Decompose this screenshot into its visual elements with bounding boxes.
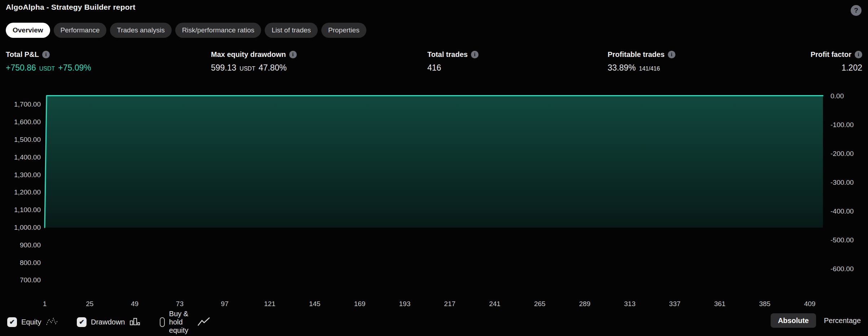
x-tick: 241 <box>482 300 507 308</box>
scale-toggle: AbsolutePercentage <box>771 313 863 328</box>
y-left-tick: 1,700.00 <box>0 100 41 108</box>
x-tick: 193 <box>392 300 417 308</box>
x-tick: 409 <box>797 300 823 308</box>
scale-option-percentage[interactable]: Percentage <box>822 317 863 325</box>
y-right-tick: -400.00 <box>830 207 854 215</box>
y-left-tick: 1,600.00 <box>0 118 41 126</box>
checked-checkbox[interactable]: ✔ <box>7 317 17 327</box>
legend-label: Drawdown <box>91 318 125 326</box>
equity-line-icon <box>46 317 59 327</box>
x-tick: 121 <box>257 300 282 308</box>
x-tick: 361 <box>707 300 732 308</box>
y-left-tick: 1,300.00 <box>0 171 41 179</box>
equity-area-gain <box>45 96 823 228</box>
y-right-tick: -600.00 <box>830 265 854 273</box>
y-left-tick: 700.00 <box>0 276 41 284</box>
y-left-tick: 900.00 <box>0 241 41 249</box>
y-right-tick: 0.00 <box>830 92 844 100</box>
y-left-tick: 800.00 <box>0 259 41 267</box>
scale-option-absolute[interactable]: Absolute <box>771 313 816 328</box>
y-left-tick: 1,000.00 <box>0 224 41 232</box>
checked-checkbox[interactable]: ✔ <box>77 317 87 327</box>
buyhold-line-icon <box>197 317 210 327</box>
chart-canvas[interactable] <box>0 0 868 336</box>
x-tick: 25 <box>77 300 102 308</box>
legend-item-drawdown[interactable]: ✔Drawdown <box>77 315 141 329</box>
y-right-tick: -200.00 <box>830 150 854 158</box>
x-tick: 1 <box>32 300 57 308</box>
x-tick: 265 <box>527 300 552 308</box>
y-left-tick: 1,400.00 <box>0 153 41 161</box>
y-right-tick: -100.00 <box>830 121 854 129</box>
unchecked-checkbox[interactable] <box>160 317 165 327</box>
x-tick: 217 <box>437 300 462 308</box>
y-left-tick: 1,200.00 <box>0 188 41 196</box>
legend-item-buy-hold-equity[interactable]: Buy & hold equity <box>160 315 210 329</box>
strategy-report-panel: AlgoAlpha - Strategy Builder report ? Ov… <box>0 0 868 336</box>
x-tick: 73 <box>167 300 192 308</box>
x-tick: 313 <box>617 300 642 308</box>
legend-item-equity[interactable]: ✔Equity <box>7 315 59 329</box>
x-tick: 145 <box>302 300 327 308</box>
legend-label: Equity <box>21 318 41 326</box>
y-left-tick: 1,100.00 <box>0 206 41 214</box>
drawdown-bars-icon <box>129 317 141 327</box>
x-tick: 49 <box>122 300 147 308</box>
x-tick: 337 <box>662 300 687 308</box>
y-left-tick: 1,500.00 <box>0 136 41 144</box>
y-right-tick: -300.00 <box>830 179 854 187</box>
legend-label: Buy & hold equity <box>169 310 193 335</box>
x-tick: 385 <box>752 300 777 308</box>
x-tick: 169 <box>347 300 373 308</box>
y-right-tick: -500.00 <box>830 236 854 244</box>
x-tick: 97 <box>212 300 237 308</box>
x-tick: 289 <box>572 300 598 308</box>
